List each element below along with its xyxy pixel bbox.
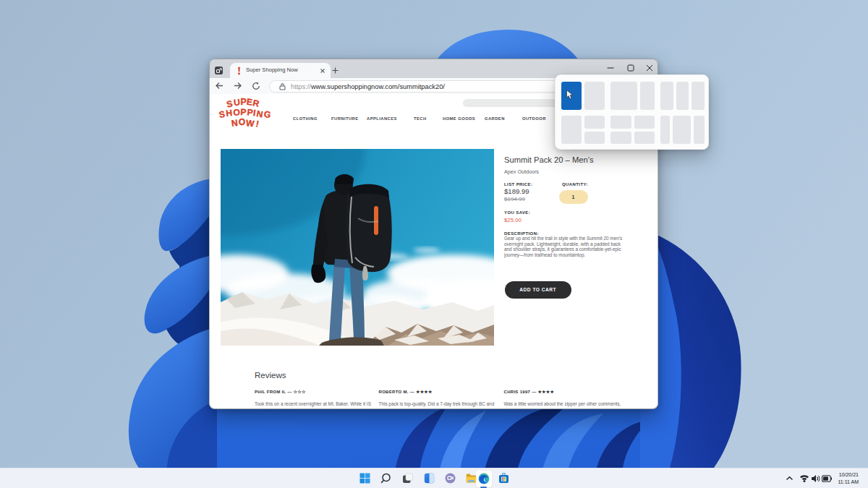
svg-text:U: U [233,97,240,108]
svg-text:P: P [240,96,246,106]
